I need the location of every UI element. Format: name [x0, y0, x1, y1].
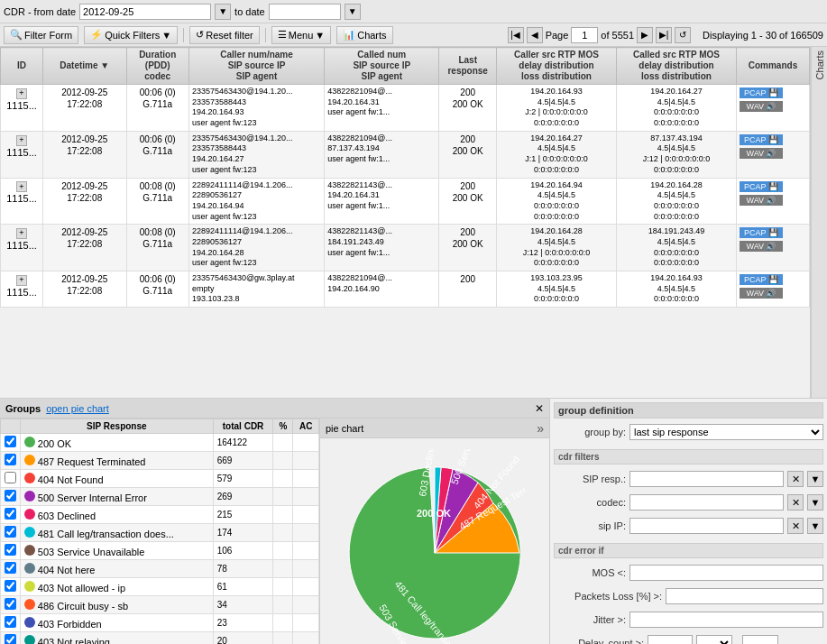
groups-label-0: 200 OK	[38, 438, 71, 449]
col-header-called[interactable]: Called numSIP source IPSIP agent	[325, 48, 439, 85]
from-date-picker-btn[interactable]: ▼	[215, 4, 231, 20]
groups-pct-4	[273, 506, 293, 524]
charts-sidebar[interactable]: Charts	[811, 47, 827, 398]
delay-count-input[interactable]	[648, 635, 693, 644]
to-date-picker-btn[interactable]: ▼	[345, 4, 361, 20]
groups-check-cell-6[interactable]	[1, 542, 21, 560]
pie-wrapper: pie chart »	[320, 419, 549, 644]
groups-checkbox-2[interactable]	[5, 472, 16, 483]
groups-checkbox-0[interactable]	[5, 436, 16, 447]
groups-pct-10	[273, 614, 293, 632]
groups-check-cell-4[interactable]	[1, 506, 21, 524]
pie-collapse-btn[interactable]: »	[537, 421, 544, 436]
groups-close-btn[interactable]: ✕	[535, 402, 544, 415]
groups-pct-8	[273, 578, 293, 596]
sip-resp-input[interactable]	[629, 471, 784, 487]
wav-btn-2[interactable]: WAV 🔊	[740, 195, 783, 206]
quick-filters-button[interactable]: ⚡ Quick Filters ▼	[84, 26, 178, 44]
groups-checkbox-8[interactable]	[5, 580, 16, 592]
groups-check-cell-11[interactable]	[1, 632, 21, 645]
groups-check-cell-3[interactable]	[1, 488, 21, 506]
sip-resp-clear-btn[interactable]: ✕	[787, 471, 804, 487]
groups-checkbox-10[interactable]	[5, 616, 16, 628]
wav-btn-4[interactable]: WAV 🔊	[740, 288, 783, 299]
col-header-commands[interactable]: Commands	[736, 48, 809, 85]
reset-filter-button[interactable]: ↺ Reset filter	[189, 26, 260, 44]
codec-input[interactable]	[629, 494, 784, 511]
wav-btn-3[interactable]: WAV 🔊	[740, 241, 783, 252]
groups-checkbox-6[interactable]	[5, 544, 16, 556]
col-header-caller-mos[interactable]: Caller src RTP MOSdelay distributionloss…	[497, 48, 617, 85]
expand-btn-1[interactable]: +	[16, 135, 27, 146]
groups-col-pct[interactable]: %	[273, 419, 293, 434]
groups-check-cell-8[interactable]	[1, 578, 21, 596]
groups-label-cell-4: 603 Declined	[21, 506, 214, 524]
groups-checkbox-4[interactable]	[5, 508, 16, 520]
col-header-datetime[interactable]: Datetime ▼	[42, 48, 126, 85]
jitter-input[interactable]	[629, 612, 823, 628]
refresh-btn[interactable]: ↺	[675, 27, 691, 43]
filter-form-button[interactable]: 🔍 Filter Form	[4, 26, 78, 44]
mos-input[interactable]	[629, 565, 823, 581]
col-header-id[interactable]: ID	[1, 48, 43, 85]
packets-loss-input[interactable]	[666, 588, 823, 604]
col-header-duration[interactable]: Duration(PDD)codec	[126, 48, 188, 85]
from-date-input[interactable]	[79, 4, 211, 20]
codec-dropdown-btn[interactable]: ▼	[807, 494, 823, 511]
last-page-btn[interactable]: ▶|	[656, 27, 672, 43]
menu-button[interactable]: ☰ Menu ▼	[271, 26, 331, 44]
groups-checkbox-1[interactable]	[5, 454, 16, 465]
delay-count-select[interactable]	[696, 635, 732, 644]
groups-check-cell-5[interactable]	[1, 524, 21, 542]
groups-col-ac[interactable]: AC	[293, 419, 319, 434]
pcap-btn-3[interactable]: PCAP 💾	[740, 227, 783, 238]
expand-btn-4[interactable]: +	[16, 275, 27, 286]
groups-check-cell-0[interactable]	[1, 434, 21, 452]
sip-ip-dropdown-btn[interactable]: ▼	[807, 518, 823, 534]
charts-label: Charts	[357, 30, 386, 41]
sip-ip-clear-btn[interactable]: ✕	[787, 518, 804, 534]
sip-resp-dropdown-btn[interactable]: ▼	[807, 471, 823, 487]
col-header-caller[interactable]: Caller num/nameSIP source IPSIP agent	[188, 48, 324, 85]
groups-col-sip[interactable]: SIP Response	[21, 419, 214, 434]
codec-clear-btn[interactable]: ✕	[787, 494, 804, 511]
groups-total-7: 78	[213, 560, 273, 578]
pcap-btn-0[interactable]: PCAP 💾	[740, 87, 783, 98]
groups-checkbox-7[interactable]	[5, 562, 16, 574]
groups-color-dot-5	[24, 527, 35, 538]
wav-btn-0[interactable]: WAV 🔊	[740, 101, 783, 112]
pcap-btn-4[interactable]: PCAP 💾	[740, 274, 783, 285]
main-area: ID Datetime ▼ Duration(PDD)codec Caller …	[0, 47, 827, 399]
open-pie-chart-btn[interactable]: open pie chart	[46, 403, 109, 414]
menu-label: Menu	[289, 30, 314, 41]
wav-btn-1[interactable]: WAV 🔊	[740, 148, 783, 159]
sip-ip-input[interactable]	[629, 518, 784, 534]
groups-check-cell-7[interactable]	[1, 560, 21, 578]
group-by-select[interactable]: last sip response codec sip ip	[629, 424, 823, 440]
groups-checkbox-11[interactable]	[5, 634, 16, 644]
groups-checkbox-9[interactable]	[5, 598, 16, 610]
groups-checkbox-5[interactable]	[5, 526, 16, 538]
groups-check-cell-9[interactable]	[1, 596, 21, 614]
delay-count-input2[interactable]	[742, 635, 778, 644]
pcap-btn-2[interactable]: PCAP 💾	[740, 181, 783, 192]
groups-check-cell-1[interactable]	[1, 452, 21, 470]
groups-list: SIP Response total CDR % AC 200 OK 16412…	[0, 419, 320, 644]
prev-page-btn[interactable]: ◀	[527, 27, 543, 43]
col-header-called-mos[interactable]: Called src RTP MOSdelay distributionloss…	[616, 48, 736, 85]
first-page-btn[interactable]: |◀	[508, 27, 524, 43]
expand-btn-3[interactable]: +	[16, 228, 27, 239]
groups-checkbox-3[interactable]	[5, 490, 16, 501]
groups-check-cell-2[interactable]	[1, 470, 21, 488]
charts-button[interactable]: 📊 Charts	[336, 26, 392, 44]
next-page-btn[interactable]: ▶	[637, 27, 653, 43]
to-date-input[interactable]	[269, 4, 341, 20]
groups-ac-2	[293, 470, 319, 488]
expand-btn-0[interactable]: +	[16, 88, 27, 99]
expand-btn-2[interactable]: +	[16, 181, 27, 192]
groups-col-total[interactable]: total CDR	[213, 419, 273, 434]
page-number-input[interactable]	[571, 27, 598, 43]
pcap-btn-1[interactable]: PCAP 💾	[740, 134, 783, 145]
groups-check-cell-10[interactable]	[1, 614, 21, 632]
col-header-last-resp[interactable]: Last response	[439, 48, 497, 85]
